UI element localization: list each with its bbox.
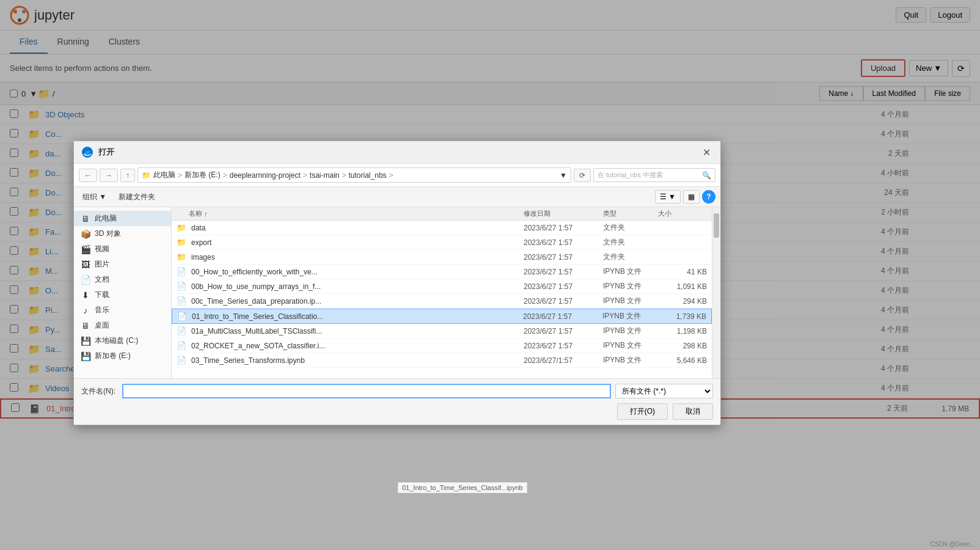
scroll-thumb[interactable] <box>714 213 719 238</box>
sidebar-icon: 🖼 <box>80 260 91 270</box>
size-col-header[interactable]: 大小 <box>658 209 707 218</box>
dialog-body: 🖥此电脑📦3D 对象🎬视频🖼图片📄文档⬇下载♪音乐🖥桌面💾本地磁盘 (C:)💾新… <box>74 207 720 378</box>
dialog-file-row[interactable]: 📁 data 2023/6/27 1:57 文件夹 <box>172 221 712 235</box>
icon-col-header <box>177 209 189 218</box>
search-placeholder: 在 tutorial_nbs 中搜索 <box>598 170 663 180</box>
sidebar-item[interactable]: 📦3D 对象 <box>74 226 171 241</box>
dialog-file-row[interactable]: 📄 00_How_to_efficiently_work_with_ve... … <box>172 265 712 279</box>
address-path: 📁 此电脑 > 新加卷 (E:) > deeplearnning-project… <box>137 167 571 183</box>
sidebar-item-label: 音乐 <box>95 305 109 315</box>
folder-icon: 📁 <box>177 238 186 247</box>
dialog-scrollbar[interactable] <box>712 207 720 378</box>
dialog-file-row[interactable]: 📁 images 2023/6/27 1:57 文件夹 <box>172 250 712 265</box>
sidebar-item[interactable]: 💾本地磁盘 (C:) <box>74 333 171 348</box>
view-list-button[interactable]: ☰ ▼ <box>655 190 681 204</box>
df-name: 00c_Time_Series_data_preparation.ip... <box>191 297 524 306</box>
df-type: IPYNB 文件 <box>603 296 658 306</box>
df-name: 03_Time_Series_Transforms.ipynb <box>191 356 524 365</box>
df-icon: 📄 <box>177 326 189 336</box>
open-file-dialog: 打开 ✕ ← → ↑ 📁 此电脑 > 新加卷 (E:) > deeplearnn… <box>73 141 721 419</box>
sidebar-item-label: 新加卷 (E:) <box>95 351 131 361</box>
df-size: 1,739 KB <box>657 312 706 321</box>
filename-label: 文件名(N): <box>81 386 118 397</box>
filetype-select[interactable]: 所有文件 (*.*) <box>615 384 713 398</box>
dialog-file-row[interactable]: 📄 01_Intro_to_Time_Series_Classificatio.… <box>172 309 712 324</box>
df-type: IPYNB 文件 <box>603 266 658 277</box>
df-size: 298 KB <box>658 342 707 350</box>
search-icon[interactable]: 🔍 <box>702 171 711 180</box>
df-name: 02_ROCKET_a_new_SOTA_classifier.i... <box>191 342 524 350</box>
sidebar-item-label: 桌面 <box>95 320 109 331</box>
file-icon: 📄 <box>177 356 186 365</box>
sidebar-item[interactable]: 📄文档 <box>74 272 171 287</box>
cancel-button[interactable]: 取消 <box>673 403 713 419</box>
df-type: IPYNB 文件 <box>603 281 658 292</box>
sidebar-icon: 📄 <box>80 275 91 285</box>
dialog-file-row[interactable]: 📄 00c_Time_Series_data_preparation.ip...… <box>172 294 712 309</box>
df-type: IPYNB 文件 <box>603 340 658 351</box>
dialog-close-button[interactable]: ✕ <box>700 147 713 158</box>
folder-icon: 📁 <box>177 223 186 232</box>
organize-button[interactable]: 组织 ▼ <box>79 191 110 204</box>
sidebar-item[interactable]: ♪音乐 <box>74 302 171 318</box>
dialog-file-row[interactable]: 📄 00b_How_to_use_numpy_arrays_in_f... 20… <box>172 279 712 294</box>
organize-label: 组织 <box>82 193 97 201</box>
df-type: IPYNB 文件 <box>602 311 657 321</box>
up-button[interactable]: ↑ <box>120 169 135 182</box>
addr-dropdown-icon[interactable]: ▼ <box>560 171 567 180</box>
folder-icon: 📁 <box>177 252 186 262</box>
name-col-header[interactable]: 名称 ↑ <box>189 209 524 218</box>
view-preview-button[interactable]: ▦ <box>683 190 700 204</box>
scroll-track <box>712 207 720 378</box>
dialog-file-row[interactable]: 📁 export 2023/6/27 1:57 文件夹 <box>172 235 712 250</box>
dialog-file-row[interactable]: 📄 03_Time_Series_Transforms.ipynb 2023/6… <box>172 353 712 368</box>
new-folder-button[interactable]: 新建文件夹 <box>115 191 159 204</box>
sidebar-item[interactable]: 💾新加卷 (E:) <box>74 348 171 364</box>
file-icon: 📄 <box>177 326 186 336</box>
df-name: data <box>191 224 524 232</box>
dialog-file-row[interactable]: 📄 02_ROCKET_a_new_SOTA_classifier.i... 2… <box>172 339 712 353</box>
df-size: 41 KB <box>658 268 707 276</box>
sidebar-item-label: 本地磁盘 (C:) <box>95 336 138 346</box>
sidebar-item[interactable]: 🎬视频 <box>74 241 171 257</box>
addr-part-0: 此电脑 <box>153 170 175 180</box>
sidebar-item[interactable]: ⬇下载 <box>74 287 171 302</box>
file-icon: 📄 <box>177 296 186 306</box>
sidebar-icon: 🎬 <box>80 244 91 254</box>
df-type: IPYNB 文件 <box>603 326 658 336</box>
df-date: 2023/6/27 1:57 <box>524 224 603 232</box>
search-box: 在 tutorial_nbs 中搜索 🔍 <box>593 168 715 182</box>
back-button[interactable]: ← <box>79 169 97 182</box>
sidebar-item[interactable]: 🖥桌面 <box>74 318 171 333</box>
forward-button[interactable]: → <box>100 169 118 182</box>
dialog-overlay: 打开 ✕ ← → ↑ 📁 此电脑 > 新加卷 (E:) > deeplearnn… <box>0 0 980 419</box>
sidebar-icon: 💾 <box>80 336 91 346</box>
addr-refresh-button[interactable]: ⟳ <box>574 169 591 182</box>
sidebar-icon: 🖥 <box>80 321 91 331</box>
filename-input[interactable] <box>123 384 610 398</box>
addr-part-2: deeplearnning-project <box>230 171 301 180</box>
sidebar-item-label: 3D 对象 <box>95 229 121 239</box>
sidebar-item-label: 下载 <box>95 290 109 300</box>
df-name: 01a_MultiClass_MultiLabel_TSClassifi... <box>191 327 524 336</box>
df-date: 2023/6/27/1:57 <box>524 356 603 365</box>
sidebar-item[interactable]: 🖼图片 <box>74 257 171 272</box>
df-date: 2023/6/27 1:57 <box>524 238 603 247</box>
df-icon: 📁 <box>177 238 189 247</box>
help-button[interactable]: ? <box>702 190 715 204</box>
dialog-file-row[interactable]: 📄 01a_MultiClass_MultiLabel_TSClassifi..… <box>172 324 712 339</box>
open-button[interactable]: 打开(O) <box>617 403 668 419</box>
df-date: 2023/6/27 1:57 <box>524 342 603 350</box>
edge-icon <box>81 146 93 158</box>
sidebar-item[interactable]: 🖥此电脑 <box>74 211 171 226</box>
view-options: ☰ ▼ ▦ ? <box>655 190 715 204</box>
sidebar-icon: 💾 <box>80 351 91 361</box>
df-date: 2023/6/27 1:57 <box>524 327 603 336</box>
df-size: 5,646 KB <box>658 356 707 365</box>
sidebar-item-label: 图片 <box>95 259 109 270</box>
type-col-header[interactable]: 类型 <box>603 209 658 218</box>
df-icon: 📄 <box>177 341 189 350</box>
date-col-header[interactable]: 修改日期 <box>524 209 603 218</box>
file-icon: 📄 <box>177 312 187 321</box>
df-type: 文件夹 <box>603 252 658 262</box>
